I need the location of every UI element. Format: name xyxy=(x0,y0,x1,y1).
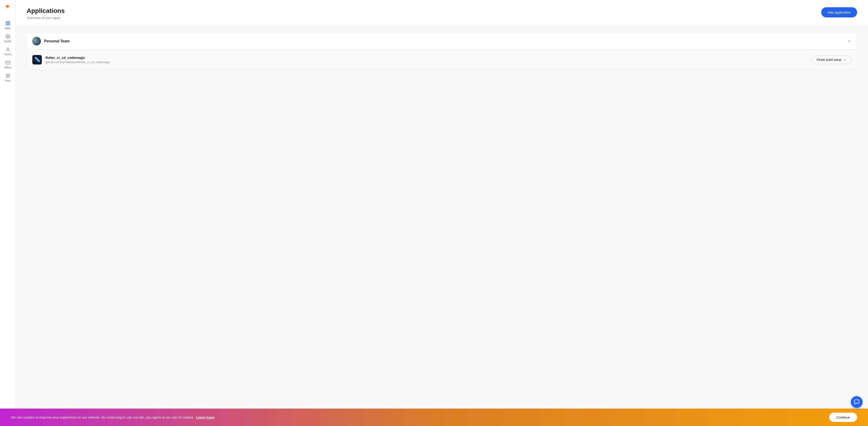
page-header: Applications Overview of your apps Add a… xyxy=(16,0,868,25)
sidebar-item-billing[interactable]: Billing xyxy=(1,58,15,70)
sidebar: Apps Builds Teams Billing xyxy=(0,0,16,426)
svg-marker-6 xyxy=(34,57,39,61)
flutter-logo-icon xyxy=(34,57,40,63)
app-icon xyxy=(32,55,42,64)
content-area: Personal Team xyxy=(16,25,868,426)
sidebar-item-apps-label: Apps xyxy=(5,27,11,29)
cookie-message: We use cookies to improve your experienc… xyxy=(11,415,194,419)
cookie-continue-button[interactable]: Continue xyxy=(829,413,857,422)
svg-marker-9 xyxy=(37,61,40,62)
team-section: Personal Team xyxy=(27,33,857,70)
finish-btn-arrow: → xyxy=(843,58,846,62)
svg-rect-1 xyxy=(8,22,9,23)
logo[interactable] xyxy=(4,4,11,12)
app-item: flutter_ci_cd_codemagic github.com/Ivy-W… xyxy=(27,50,857,69)
sidebar-item-docs[interactable]: Docs xyxy=(1,72,15,84)
cookie-banner: We use cookies to improve your experienc… xyxy=(0,408,868,426)
sidebar-item-apps[interactable]: Apps xyxy=(1,19,15,31)
sidebar-item-builds-label: Builds xyxy=(4,40,11,42)
finish-build-setup-button[interactable]: Finish build setup → xyxy=(811,55,851,64)
svg-point-4 xyxy=(7,48,8,50)
cookie-text: We use cookies to improve your experienc… xyxy=(11,415,215,419)
svg-rect-5 xyxy=(6,61,10,64)
page-subtitle: Overview of your apps xyxy=(27,16,65,20)
sidebar-item-billing-label: Billing xyxy=(4,66,11,69)
sidebar-nav: Apps Builds Teams Billing xyxy=(1,19,15,410)
svg-rect-2 xyxy=(6,24,7,25)
sidebar-item-builds[interactable]: Builds xyxy=(1,32,15,45)
add-application-button[interactable]: Add application xyxy=(821,7,857,18)
app-list: flutter_ci_cd_codemagic github.com/Ivy-W… xyxy=(27,50,857,69)
learn-more-link[interactable]: Learn more xyxy=(196,415,215,419)
sidebar-item-docs-label: Docs xyxy=(5,79,11,82)
chat-icon xyxy=(854,399,860,405)
team-header[interactable]: Personal Team xyxy=(27,33,857,50)
team-avatar-image xyxy=(32,37,41,46)
team-avatar xyxy=(32,37,41,46)
app-repo: github.com/Ivy-Walobwa/flutter_ci_cd_cod… xyxy=(45,60,110,64)
chat-button[interactable] xyxy=(851,396,863,408)
team-header-left: Personal Team xyxy=(32,37,70,46)
app-item-left: flutter_ci_cd_codemagic github.com/Ivy-W… xyxy=(32,55,110,64)
chevron-up-icon xyxy=(847,39,851,44)
page-title: Applications xyxy=(27,7,65,15)
header-text: Applications Overview of your apps xyxy=(27,7,65,20)
sidebar-item-teams[interactable]: Teams xyxy=(1,45,15,57)
svg-rect-3 xyxy=(8,24,9,25)
finish-btn-label: Finish build setup xyxy=(817,58,841,62)
sidebar-item-teams-label: Teams xyxy=(4,53,11,56)
app-info: flutter_ci_cd_codemagic github.com/Ivy-W… xyxy=(45,56,110,64)
app-name: flutter_ci_cd_codemagic xyxy=(45,56,110,59)
team-name: Personal Team xyxy=(44,39,70,43)
main-content: Applications Overview of your apps Add a… xyxy=(16,0,868,426)
svg-rect-0 xyxy=(6,22,7,23)
